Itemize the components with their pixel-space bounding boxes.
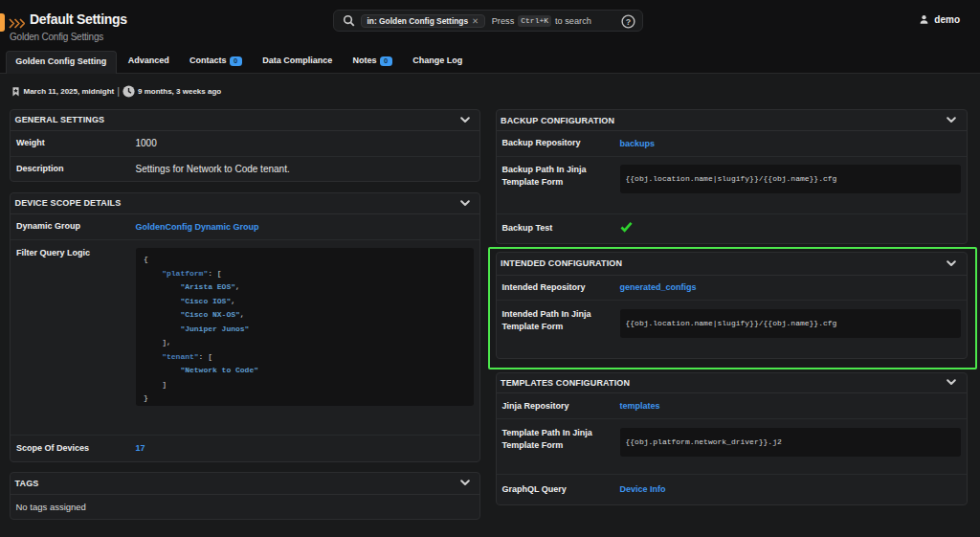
svg-text:?: ? — [626, 17, 631, 27]
